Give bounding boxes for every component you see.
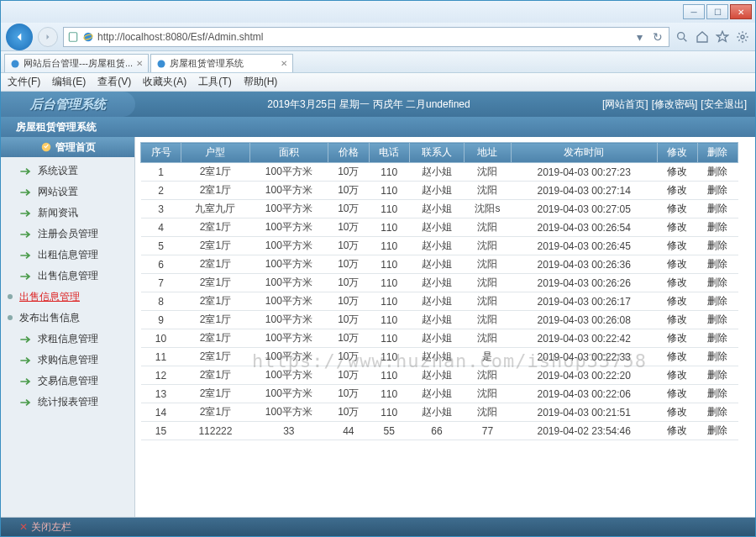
sidebar-item[interactable]: 注册会员管理: [1, 224, 134, 245]
edit-link[interactable]: 修改: [657, 311, 697, 329]
table-cell: 110: [369, 329, 409, 348]
back-button[interactable]: [6, 24, 33, 50]
url-input[interactable]: [97, 31, 628, 43]
edit-link[interactable]: 修改: [657, 403, 697, 422]
menu-item[interactable]: 帮助(H): [244, 75, 278, 89]
sidebar-header[interactable]: 管理首页: [1, 137, 134, 157]
menu-item[interactable]: 编辑(E): [52, 75, 86, 89]
sidebar-item[interactable]: 出租信息管理: [1, 245, 134, 266]
delete-link[interactable]: 删除: [697, 385, 738, 403]
delete-link[interactable]: 删除: [697, 366, 738, 385]
sidebar-header-label: 管理首页: [55, 140, 96, 155]
table-cell: 沈阳: [465, 182, 511, 200]
header-link[interactable]: [修改密码]: [652, 97, 698, 112]
table-cell: 赵小姐: [409, 385, 465, 403]
table-cell: 2019-04-03 00:26:08: [511, 311, 657, 329]
sidebar-item[interactable]: 求租信息管理: [1, 329, 134, 350]
table-cell: 5: [141, 237, 181, 255]
address-bar[interactable]: ▾ ↻: [63, 27, 669, 47]
delete-link[interactable]: 删除: [697, 422, 738, 440]
delete-link[interactable]: 删除: [697, 292, 738, 311]
forward-button[interactable]: [38, 27, 58, 47]
edit-link[interactable]: 修改: [657, 274, 697, 292]
close-button[interactable]: ✕: [730, 4, 752, 19]
edit-link[interactable]: 修改: [657, 422, 697, 440]
search-icon[interactable]: [675, 29, 690, 45]
table-cell: 赵小姐: [409, 348, 465, 366]
delete-link[interactable]: 删除: [697, 403, 738, 422]
table-cell: 100平方米: [249, 329, 328, 348]
dropdown-icon[interactable]: ▾: [632, 29, 647, 45]
table-cell: 110: [369, 274, 409, 292]
delete-link[interactable]: 删除: [697, 200, 738, 218]
minimize-button[interactable]: ─: [683, 4, 705, 19]
header-link[interactable]: [网站首页]: [602, 97, 648, 112]
delete-link[interactable]: 删除: [697, 163, 738, 182]
edit-link[interactable]: 修改: [657, 182, 697, 200]
browser-tab[interactable]: 网站后台管理---房屋租赁...✕: [4, 54, 149, 72]
table-row: 1511222233445566772019-04-02 23:54:46修改删…: [141, 422, 738, 440]
browser-tab[interactable]: 房屋租赁管理系统✕: [150, 54, 293, 72]
edit-link[interactable]: 修改: [657, 218, 697, 237]
sidebar-item[interactable]: 出售信息管理: [1, 287, 134, 308]
edit-link[interactable]: 修改: [657, 366, 697, 385]
tools-icon[interactable]: [735, 29, 750, 45]
close-left-icon[interactable]: ✕: [19, 521, 28, 533]
delete-link[interactable]: 删除: [697, 255, 738, 274]
svg-point-3: [678, 32, 685, 39]
maximize-button[interactable]: ☐: [706, 4, 728, 19]
table-header: 修改: [657, 143, 697, 163]
sidebar-item[interactable]: 系统设置: [1, 161, 134, 182]
tab-close-icon[interactable]: ✕: [281, 59, 287, 68]
edit-link[interactable]: 修改: [657, 200, 697, 218]
ie-icon: [10, 59, 20, 69]
edit-link[interactable]: 修改: [657, 292, 697, 311]
sidebar-item[interactable]: 求购信息管理: [1, 350, 134, 371]
table-cell: 沈阳s: [465, 200, 511, 218]
table-header: 发布时间: [511, 143, 657, 163]
menu-item[interactable]: 查看(V): [97, 75, 131, 89]
table-cell: 赵小姐: [409, 403, 465, 422]
edit-link[interactable]: 修改: [657, 348, 697, 366]
edit-link[interactable]: 修改: [657, 385, 697, 403]
table-cell: 2室1厅: [181, 237, 250, 255]
table-cell: 九室九厅: [181, 200, 250, 218]
sidebar-item[interactable]: 统计报表管理: [1, 392, 134, 413]
delete-link[interactable]: 删除: [697, 218, 738, 237]
menu-item[interactable]: 工具(T): [198, 75, 231, 89]
sidebar-item-label: 出售信息管理: [38, 269, 98, 283]
tab-close-icon[interactable]: ✕: [136, 59, 143, 68]
close-left-label[interactable]: 关闭左栏: [31, 520, 71, 534]
table-cell: 2019-04-03 00:22:06: [511, 385, 657, 403]
edit-link[interactable]: 修改: [657, 163, 697, 182]
favorites-icon[interactable]: [715, 29, 730, 45]
menu-item[interactable]: 收藏夹(A): [143, 75, 186, 89]
refresh-icon[interactable]: ↻: [650, 29, 665, 45]
table-cell: 沈阳: [465, 274, 511, 292]
table-row: 92室1厅100平方米10万110赵小姐沈阳2019-04-03 00:26:0…: [141, 311, 738, 329]
header-link[interactable]: [安全退出]: [701, 97, 747, 112]
delete-link[interactable]: 删除: [697, 237, 738, 255]
sidebar-item[interactable]: 新闻资讯: [1, 203, 134, 224]
delete-link[interactable]: 删除: [697, 348, 738, 366]
home-icon[interactable]: [695, 29, 710, 45]
menu-item[interactable]: 文件(F): [8, 75, 40, 89]
sidebar-item-label: 新闻资讯: [38, 206, 78, 220]
table-header: 户型: [181, 143, 250, 163]
table-cell: 100平方米: [249, 200, 328, 218]
table-row: 102室1厅100平方米10万110赵小姐沈阳2019-04-03 00:22:…: [141, 329, 738, 348]
sidebar-item[interactable]: 发布出售信息: [1, 308, 134, 329]
delete-link[interactable]: 删除: [697, 182, 738, 200]
table-cell: 100平方米: [249, 348, 328, 366]
edit-link[interactable]: 修改: [657, 255, 697, 274]
delete-link[interactable]: 删除: [697, 274, 738, 292]
sidebar-item-label: 统计报表管理: [38, 395, 98, 409]
edit-link[interactable]: 修改: [657, 329, 697, 348]
sidebar-item[interactable]: 网站设置: [1, 182, 134, 203]
edit-link[interactable]: 修改: [657, 237, 697, 255]
sidebar-item[interactable]: 交易信息管理: [1, 371, 134, 392]
delete-link[interactable]: 删除: [697, 311, 738, 329]
table-row: 62室1厅100平方米10万110赵小姐沈阳2019-04-03 00:26:3…: [141, 255, 738, 274]
sidebar-item[interactable]: 出售信息管理: [1, 266, 134, 287]
delete-link[interactable]: 删除: [697, 329, 738, 348]
